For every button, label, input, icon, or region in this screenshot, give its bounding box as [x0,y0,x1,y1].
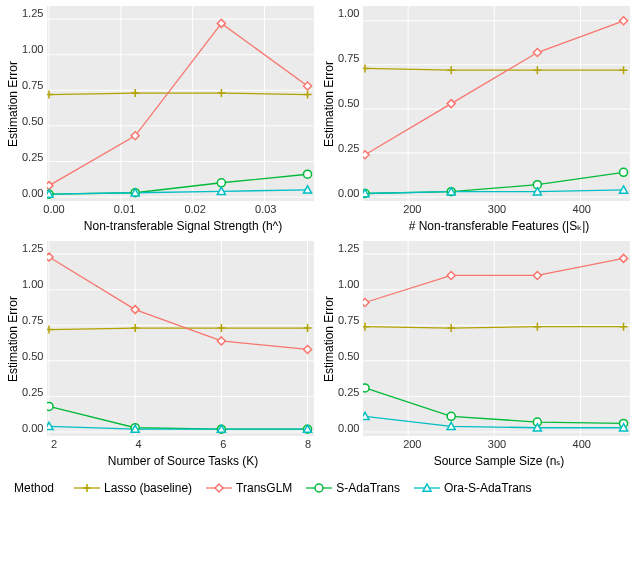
ytick-label: 0.25 [338,143,359,154]
legend-item: TransGLM [206,480,292,496]
ytick-label: 1.00 [338,8,359,19]
svg-point-49 [363,384,369,392]
xtick-label: 6 [220,438,226,450]
ytick-label: 0.50 [22,116,43,127]
ytick-label: 0.75 [22,315,43,326]
svg-point-13 [304,170,312,178]
legend-swatch [206,480,232,496]
legend-swatch [74,480,100,496]
legend-label: S-AdaTrans [336,481,400,495]
xtick-label: 0.03 [255,203,276,215]
ylabel: Estimation Error [4,241,22,436]
xtick-label: 4 [136,438,142,450]
legend-swatch [414,480,440,496]
ylabel: Estimation Error [320,241,338,436]
xtick-label: 8 [305,438,311,450]
plot-area [363,241,630,436]
yaxis: 1.251.000.750.500.250.00 [22,6,47,201]
ytick-label: 0.50 [338,98,359,109]
ytick-label: 0.75 [338,53,359,64]
panel-tl: Estimation Error 1.251.000.750.500.250.0… [4,6,314,237]
xtick-label: 300 [488,203,506,215]
xlabel: Source Sample Size (nₛ) [368,452,630,472]
panel-br: Estimation Error 1.251.000.750.500.250.0… [320,241,630,472]
legend-item: S-AdaTrans [306,480,400,496]
ytick-label: 0.75 [22,80,43,91]
legend-label: Ora-S-AdaTrans [444,481,532,495]
plot-area [363,6,630,201]
legend-swatch [306,480,332,496]
xlabel: Non-transferable Signal Strength (h^) [52,217,314,237]
plot-area [47,241,314,436]
ytick-label: 0.00 [338,423,359,434]
ytick-label: 0.00 [338,188,359,199]
ytick-label: 1.00 [338,279,359,290]
xaxis: 0.000.010.020.03 [4,201,314,217]
svg-point-36 [47,402,53,410]
xtick-label: 200 [403,203,421,215]
svg-point-25 [620,168,628,176]
ytick-label: 0.00 [22,423,43,434]
legend-label: TransGLM [236,481,292,495]
xlabel: # Non-transferable Features (|Sₖ|) [368,217,630,237]
xtick-label: 300 [488,438,506,450]
ylabel: Estimation Error [320,6,338,201]
xaxis: 2468 [4,436,314,452]
svg-point-50 [448,412,456,420]
ytick-label: 0.75 [338,315,359,326]
xaxis: 200300400 [320,201,630,217]
ytick-label: 1.00 [22,44,43,55]
ytick-label: 1.25 [22,243,43,254]
ytick-label: 1.00 [22,279,43,290]
legend-item: Lasso (baseline) [74,480,192,496]
xtick-label: 0.02 [184,203,205,215]
svg-point-56 [315,484,323,492]
legend-label: Lasso (baseline) [104,481,192,495]
svg-point-12 [218,179,226,187]
xaxis: 200300400 [320,436,630,452]
ytick-label: 0.25 [22,387,43,398]
legend: Method Lasso (baseline) TransGLM S-AdaTr… [0,472,640,506]
xtick-label: 0.00 [43,203,64,215]
panel-tr: Estimation Error 1.000.750.500.250.00 20… [320,6,630,237]
xtick-label: 2 [51,438,57,450]
xlabel: Number of Source Tasks (K) [52,452,314,472]
panel-bl: Estimation Error 1.251.000.750.500.250.0… [4,241,314,472]
xtick-label: 400 [573,203,591,215]
ytick-label: 0.50 [22,351,43,362]
ylabel: Estimation Error [4,6,22,201]
xtick-label: 0.01 [114,203,135,215]
ytick-label: 0.25 [338,387,359,398]
chart-grid: Estimation Error 1.251.000.750.500.250.0… [0,0,640,472]
ytick-label: 1.25 [22,8,43,19]
legend-item: Ora-S-AdaTrans [414,480,532,496]
ytick-label: 0.00 [22,188,43,199]
ytick-label: 0.50 [338,351,359,362]
yaxis: 1.251.000.750.500.250.00 [338,241,363,436]
xtick-label: 200 [403,438,421,450]
plot-area [47,6,314,201]
ytick-label: 0.25 [22,152,43,163]
yaxis: 1.251.000.750.500.250.00 [22,241,47,436]
legend-title: Method [14,481,54,495]
yaxis: 1.000.750.500.250.00 [338,6,363,201]
xtick-label: 400 [573,438,591,450]
ytick-label: 1.25 [338,243,359,254]
